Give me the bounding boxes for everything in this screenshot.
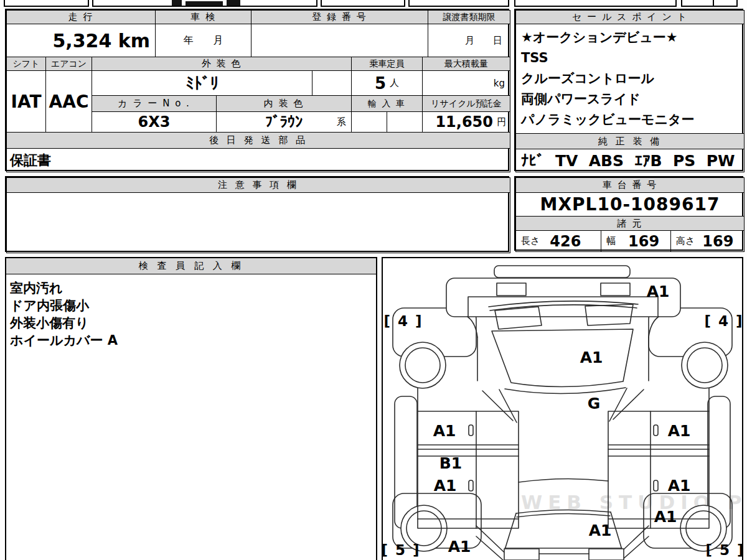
sales-points-list: ★オークションデビュー★ TSS クルーズコントロール 両側パワースライド パノ… [515,24,745,134]
sales-point: クルーズコントロール [521,68,739,89]
damage-marker: A1 [434,478,457,493]
wheel-grade-marker: [ 5 ] [381,543,420,558]
inspector-note: ドア内張傷小 [10,297,380,314]
damage-marker: A1 [433,423,456,439]
inspector-note: ホイールカバー A [10,332,380,349]
spec-dims-header: 諸 元 [515,216,745,231]
sales-point: パノラミックビューモニター [521,110,739,130]
chassis-header: 車 台 番 号 [515,177,745,193]
notes-header: 注 意 事 項 欄 [6,177,510,193]
max-load-header: 最大積載量 [422,57,510,71]
width-value: 169 [628,233,659,250]
cutoff-cell [681,0,738,7]
capacity-unit: 人 [390,77,399,89]
damage-marker: A1 [448,539,471,554]
width-cell: 幅 169 [601,230,671,252]
damage-marker: A1 [647,284,670,299]
color-no-value: 6X3 [92,111,217,133]
notes-section: 注 意 事 項 欄 [5,176,509,252]
width-label: 幅 [606,235,616,247]
damage-marker: A1 [668,423,691,439]
later-parts-value: 保証書 [6,148,510,172]
damage-marker: B1 [439,455,462,471]
recycle-deposit-amount: 11,650 [435,113,493,131]
shift-value: IAT [6,70,46,133]
import-cell-1 [351,111,387,133]
import-header: 輸 入 車 [351,95,423,112]
max-load-value: kg [422,70,510,96]
notes-content [6,192,510,253]
interior-color-header: 内 装 色 [216,95,352,112]
inspector-note: 室内汚れ [10,279,380,297]
cutoff-cell [514,0,677,7]
spec-table: 走 行 車 検 登 録 番 号 譲渡書類期限 5,324 km 年 月 月 日 … [5,9,509,171]
inspection-header: 車 検 [155,10,251,24]
text-fragment [186,1,223,6]
mileage-header: 走 行 [6,10,156,24]
car-top-view-drawing [383,258,742,560]
cutoff-cell [408,0,509,7]
color-no-header: カ ラ ー N o . [92,95,217,112]
car-damage-diagram: WEB STUDIO PRO [382,257,743,560]
capacity-number: 5 [375,74,386,93]
inspection-value: 年 月 [155,24,251,57]
later-parts-header: 後 日 発 送 部 品 [6,132,510,149]
interior-color-suffix: 系 [337,116,346,128]
chassis-value: MXPL10-1089617 [515,192,745,217]
aircon-value: AAC [45,70,92,133]
damage-marker: G [588,396,601,411]
inspector-notes-list: 室内汚れ ドア内張傷小 外装小傷有り ホイールカバー A [6,274,383,354]
genuine-equipment-value: ﾅﾋﾞ TV ABS ｴｱB PS PW [515,149,745,172]
sales-point: TSS [521,48,739,68]
max-load-unit: kg [494,78,505,89]
sales-point: 両側パワースライド [521,89,739,110]
inspector-notes-box: 検 査 員 記 入 欄 室内汚れ ドア内張傷小 外装小傷有り ホイールカバー A [5,257,377,560]
wheel-grade-marker: [ 5 ] [705,543,745,558]
exterior-color-header: 外 装 色 [92,57,352,71]
inspector-notes-header: 検 査 員 記 入 欄 [6,258,376,274]
sales-points-panel: セ ー ル ス ポ イ ン ト ★オークションデビュー★ TSS クルーズコント… [514,9,743,171]
damage-marker: A1 [589,523,612,538]
deadline-value: 月 日 [428,24,510,57]
damage-marker: A1 [580,350,603,365]
height-cell: 高さ 169 [670,230,745,252]
damage-marker: A1 [654,509,677,525]
height-value: 169 [702,233,733,250]
recycle-deposit-value: 11,650 円 [422,111,510,133]
capacity-header: 乗車定員 [351,57,423,71]
sales-points-header: セ ー ル ス ポ イ ン ト [515,10,745,24]
length-cell: 長さ 426 [515,230,601,252]
interior-color-name: ﾌﾞﾗｳﾝ [265,113,303,131]
wheel-grade-marker: [ 4 ] [704,314,743,329]
deadline-header: 譲渡書類期限 [428,10,510,24]
sales-point: ★オークションデビュー★ [521,27,739,48]
cutoff-cell [321,0,405,7]
inspector-note: 外装小傷有り [10,314,380,332]
exterior-color-value: ﾐﾄﾞﾘ [92,70,312,96]
length-label: 長さ [521,235,540,247]
shift-header: シフト [6,57,46,71]
damage-marker: A1 [668,478,691,493]
registration-header: 登 録 番 号 [251,10,428,24]
import-cell-2 [387,111,423,133]
exterior-color-extra-cell [312,70,352,96]
text-fragment [227,0,240,6]
interior-color-value: ﾌﾞﾗｳﾝ 系 [216,111,352,133]
text-fragment [172,0,182,6]
mileage-value: 5,324 km [6,24,156,57]
registration-value [251,24,428,57]
chassis-panel: 車 台 番 号 MXPL10-1089617 諸 元 長さ 426 幅 169 … [514,176,743,251]
recycle-deposit-unit: 円 [497,116,506,128]
height-label: 高さ [676,235,695,247]
cutoff-cell [4,0,89,7]
recycle-deposit-header: リサイクル預託金 [422,95,510,112]
genuine-equipment-header: 純 正 装 備 [515,133,745,149]
aircon-header: エアコン [45,57,92,71]
capacity-value: 5 人 [351,70,423,96]
wheel-grade-marker: [ 4 ] [383,314,423,329]
length-value: 426 [550,233,581,250]
